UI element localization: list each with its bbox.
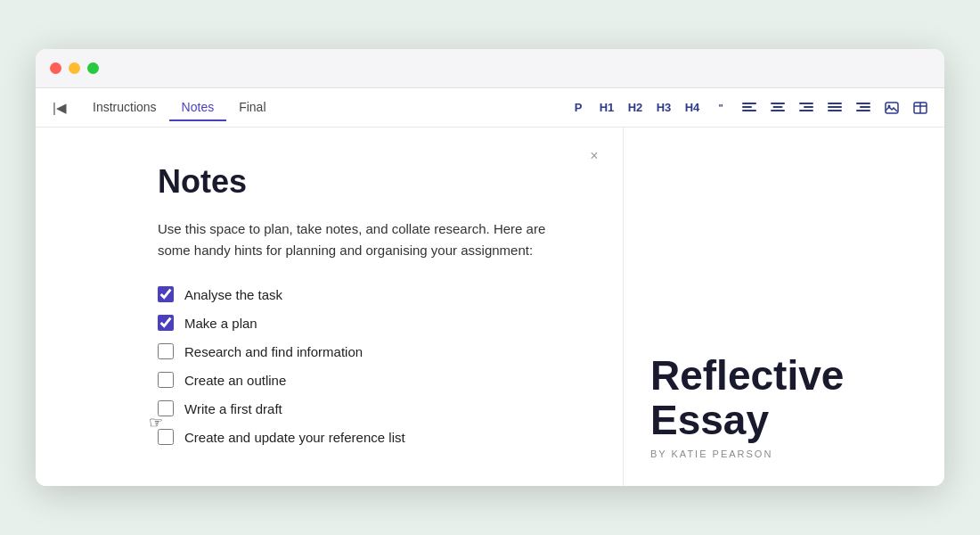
notes-panel: × Notes Use this space to plan, take not…: [36, 128, 624, 486]
svg-rect-12: [856, 103, 870, 104]
checklist-item: Make a plan: [158, 315, 578, 331]
reflective-essay-byline: BY KATIE PEARSON: [650, 449, 918, 459]
format-h3[interactable]: H3: [650, 95, 677, 121]
format-align-center[interactable]: [764, 95, 791, 121]
svg-rect-3: [771, 103, 785, 104]
tab-instructions[interactable]: Instructions: [80, 95, 169, 121]
format-align-justify[interactable]: [821, 95, 848, 121]
checklist-label-5[interactable]: Write a first draft: [184, 401, 282, 416]
tab-final[interactable]: Final: [226, 95, 278, 121]
format-align-left[interactable]: [736, 95, 763, 121]
collapse-icon: |◀: [53, 100, 67, 116]
app-window: |◀ Instructions Notes Final P H1 H2 H3 H…: [36, 49, 944, 486]
close-notes-button[interactable]: ×: [584, 145, 605, 167]
reflective-essay-title: Reflective Essay: [650, 353, 918, 443]
notes-title: Notes: [158, 163, 578, 201]
traffic-lights: [50, 62, 99, 74]
format-h1[interactable]: H1: [593, 95, 620, 121]
minimize-button[interactable]: [69, 62, 80, 74]
checklist-label-1[interactable]: Analyse the task: [184, 287, 282, 302]
checklist-item: Write a first draft ☞: [158, 400, 578, 416]
format-align-right[interactable]: [793, 95, 820, 121]
checklist: Analyse the task Make a plan Research an…: [158, 286, 578, 445]
fullscreen-button[interactable]: [87, 62, 99, 74]
checklist-item: Create an outline: [158, 372, 578, 388]
checklist-label-6[interactable]: Create and update your reference list: [184, 430, 405, 445]
format-h4[interactable]: H4: [679, 95, 706, 121]
checklist-checkbox-6[interactable]: [158, 429, 174, 445]
right-panel: Reflective Essay BY KATIE PEARSON: [624, 128, 944, 486]
svg-rect-13: [860, 106, 870, 108]
checklist-item: Create and update your reference list: [158, 429, 578, 445]
svg-rect-10: [828, 106, 842, 108]
notes-description: Use this space to plan, take notes, and …: [158, 218, 578, 261]
svg-rect-7: [804, 106, 813, 108]
checklist-label-2[interactable]: Make a plan: [184, 316, 257, 331]
svg-rect-5: [771, 110, 785, 111]
tab-notes[interactable]: Notes: [169, 95, 227, 121]
insert-image-button[interactable]: [878, 95, 905, 121]
svg-rect-4: [773, 106, 783, 108]
format-paragraph[interactable]: P: [565, 95, 592, 121]
collapse-sidebar-button[interactable]: |◀: [46, 95, 73, 121]
svg-rect-9: [828, 103, 842, 104]
format-h2[interactable]: H2: [622, 95, 649, 121]
checklist-item: Research and find information: [158, 343, 578, 359]
svg-rect-2: [742, 110, 756, 111]
main-area: × Notes Use this space to plan, take not…: [36, 128, 944, 486]
checklist-item: Analyse the task: [158, 286, 578, 302]
toolbar: |◀ Instructions Notes Final P H1 H2 H3 H…: [36, 88, 944, 128]
svg-rect-1: [742, 106, 752, 108]
tab-navigation: Instructions Notes Final: [80, 95, 279, 121]
checklist-checkbox-5[interactable]: [158, 400, 174, 416]
title-bar: [36, 49, 944, 88]
checklist-checkbox-3[interactable]: [158, 343, 174, 359]
close-button[interactable]: [50, 62, 61, 74]
svg-rect-14: [856, 110, 870, 111]
insert-table-button[interactable]: [907, 95, 934, 121]
format-indent[interactable]: [850, 95, 877, 121]
checklist-label-3[interactable]: Research and find information: [184, 344, 363, 359]
svg-rect-6: [799, 103, 813, 104]
format-blockquote[interactable]: ": [707, 95, 734, 121]
svg-rect-0: [742, 103, 756, 104]
checklist-checkbox-4[interactable]: [158, 372, 174, 388]
svg-rect-8: [799, 110, 813, 111]
format-group: P H1 H2 H3 H4 ": [565, 95, 934, 121]
checklist-checkbox-1[interactable]: [158, 286, 174, 302]
checklist-checkbox-2[interactable]: [158, 315, 174, 331]
checklist-label-4[interactable]: Create an outline: [184, 373, 286, 388]
svg-rect-11: [828, 110, 842, 111]
